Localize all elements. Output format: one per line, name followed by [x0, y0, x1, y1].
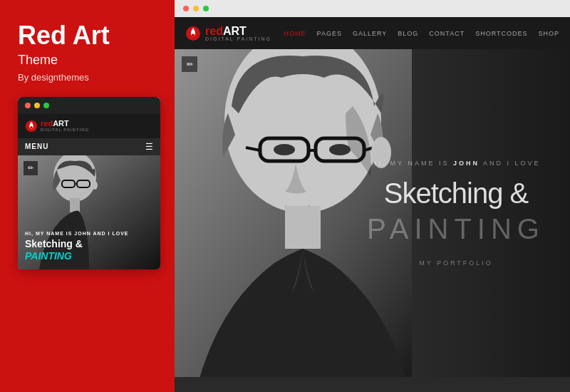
mobile-header: redART DIGITAL PAINTING — [18, 114, 160, 138]
desktop-nav-links: HOME PAGES GALLERY BLOG CONTACT SHORTCOD… — [284, 30, 559, 37]
mobile-menu-bar[interactable]: MENU ☰ — [18, 138, 160, 155]
svg-point-10 — [192, 33, 195, 36]
mobile-heading2: PAINTING — [25, 250, 72, 262]
svg-point-18 — [274, 144, 295, 155]
mobile-logo-text: redART — [41, 120, 89, 128]
nav-link-shortcodes[interactable]: SHORTCODES — [475, 30, 527, 37]
mobile-heading: Sketching & PAINTING — [25, 238, 153, 262]
desktop-pencil-icon[interactable]: ✏ — [182, 56, 197, 72]
desktop-logo-subtext: DIGITAL PAINTING — [205, 36, 271, 41]
mobile-menu-label: MENU — [25, 143, 48, 150]
nav-link-home[interactable]: HOME — [284, 30, 306, 37]
desktop-nav: redART DIGITAL PAINTING HOME PAGES GALLE… — [175, 17, 570, 49]
mobile-intro-text: HI, MY NAME IS JOHN AND I LOVE — [25, 231, 153, 236]
mobile-logo: redART DIGITAL PAINTING — [25, 120, 89, 133]
desktop-logo-red: red — [205, 25, 223, 37]
desktop-browser-bar — [175, 0, 570, 17]
desktop-hero-background: ✏ HI, MY NAME IS JOHN AND I LOVE Sketchi… — [175, 49, 570, 377]
nav-link-blog[interactable]: BLOG — [398, 30, 418, 37]
desktop-hero: ✏ HI, MY NAME IS JOHN AND I LOVE Sketchi… — [175, 49, 570, 377]
desktop-portfolio-label: MY PORTFOLIO — [356, 259, 556, 267]
mobile-logo-red: red — [41, 119, 53, 128]
mobile-logo-subtext: DIGITAL PAINTING — [41, 128, 89, 132]
right-panel: redART DIGITAL PAINTING HOME PAGES GALLE… — [175, 0, 570, 392]
svg-point-19 — [329, 144, 351, 155]
mobile-pencil-icon[interactable]: ✏ — [24, 161, 38, 175]
mobile-logo-flame-icon — [25, 120, 38, 133]
browser-dot-yellow — [193, 6, 199, 11]
mobile-window-bar — [18, 97, 160, 114]
svg-rect-21 — [285, 206, 321, 249]
mobile-text-overlay: HI, MY NAME IS JOHN AND I LOVE Sketching… — [25, 231, 153, 262]
theme-subtitle: Theme — [18, 53, 160, 68]
desktop-heading2: PAINTING — [356, 213, 556, 245]
mobile-hero-image: ✏ HI, MY NAME IS JOHN AND I LOVE Sketchi… — [18, 155, 160, 269]
desktop-hero-text: HI, MY NAME IS JOHN AND I LOVE Sketching… — [356, 160, 556, 267]
desktop-logo: redART DIGITAL PAINTING — [185, 25, 271, 41]
mobile-intro-suffix: AND I LOVE — [91, 231, 129, 236]
window-dot-red — [25, 103, 31, 108]
theme-author: By designthemes — [18, 72, 160, 83]
nav-link-contact[interactable]: CONTACT — [429, 30, 465, 37]
desktop-logo-icon — [185, 26, 201, 41]
window-dot-green — [43, 103, 49, 108]
desktop-intro-text: HI, MY NAME IS JOHN AND I LOVE — [356, 160, 556, 167]
nav-link-pages[interactable]: PAGES — [317, 30, 342, 37]
hamburger-icon[interactable]: ☰ — [145, 142, 153, 152]
mobile-intro-name: JOHN — [74, 231, 90, 236]
mobile-intro-prefix: HI, MY NAME IS — [25, 231, 74, 236]
svg-point-1 — [30, 126, 33, 129]
browser-dot-green — [203, 6, 209, 11]
svg-rect-4 — [70, 198, 80, 212]
desktop-heading1: Sketching & — [356, 177, 556, 210]
svg-point-8 — [92, 181, 98, 190]
nav-link-gallery[interactable]: GALLERY — [353, 30, 387, 37]
window-dot-yellow — [34, 103, 40, 108]
nav-link-shop[interactable]: SHOP — [538, 30, 559, 37]
left-panel: Red Art Theme By designthemes redART — [0, 0, 175, 392]
browser-dot-red — [183, 6, 189, 11]
mobile-heading1: Sketching & — [25, 238, 83, 249]
mobile-preview-card: redART DIGITAL PAINTING MENU ☰ — [18, 97, 160, 269]
desktop-intro-name: JOHN — [453, 160, 480, 167]
theme-title: Red Art — [18, 21, 160, 50]
